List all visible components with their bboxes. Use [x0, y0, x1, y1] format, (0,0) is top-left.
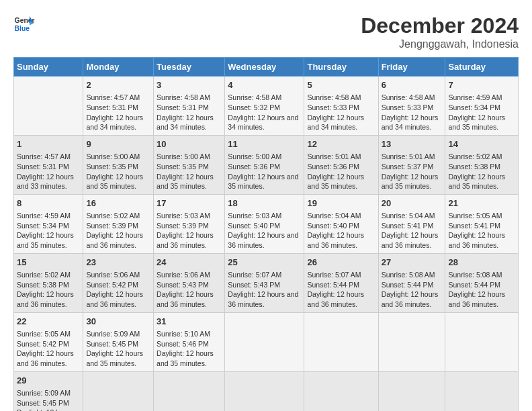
- sunset-info: Sunset: 5:45 PM: [86, 339, 150, 349]
- sunrise-info: Sunrise: 5:02 AM: [448, 152, 515, 162]
- sunset-info: Sunset: 5:38 PM: [17, 280, 80, 290]
- daylight-info: Daylight: 12 hours and 35 minutes.: [157, 172, 222, 191]
- sunrise-info: Sunrise: 5:09 AM: [17, 388, 80, 398]
- sunrise-info: Sunrise: 4:58 AM: [307, 93, 375, 103]
- calendar-cell: 28Sunrise: 5:08 AMSunset: 5:44 PMDayligh…: [445, 253, 519, 312]
- calendar-cell: 3Sunrise: 4:58 AMSunset: 5:31 PMDaylight…: [154, 77, 225, 136]
- sunset-info: Sunset: 5:32 PM: [228, 103, 301, 113]
- daylight-info: Daylight: 12 hours and 34 minutes.: [228, 113, 301, 132]
- sunset-info: Sunset: 5:43 PM: [157, 280, 222, 290]
- calendar-cell: [225, 312, 304, 371]
- daylight-info: Daylight: 12 hours and 35 minutes.: [17, 408, 80, 411]
- sunrise-info: Sunrise: 5:09 AM: [86, 329, 150, 339]
- sunset-info: Sunset: 5:33 PM: [307, 103, 375, 113]
- calendar-cell: [304, 312, 378, 371]
- sunrise-info: Sunrise: 5:06 AM: [86, 270, 150, 280]
- sunset-info: Sunset: 5:41 PM: [448, 221, 515, 231]
- calendar-table: SundayMondayTuesdayWednesdayThursdayFrid…: [13, 57, 519, 411]
- day-number: 6: [382, 79, 443, 91]
- sunrise-info: Sunrise: 5:05 AM: [448, 211, 515, 221]
- sunrise-info: Sunrise: 5:01 AM: [382, 152, 443, 162]
- day-number: 30: [86, 316, 150, 328]
- sunset-info: Sunset: 5:34 PM: [448, 103, 515, 113]
- calendar-cell: [225, 371, 304, 411]
- calendar-cell: [445, 371, 519, 411]
- sunset-info: Sunset: 5:35 PM: [86, 162, 150, 172]
- day-number: 9: [86, 138, 150, 150]
- sunset-info: Sunset: 5:34 PM: [17, 221, 80, 231]
- day-number: 27: [382, 257, 443, 269]
- daylight-info: Daylight: 12 hours and 35 minutes.: [17, 230, 80, 250]
- sunset-info: Sunset: 5:46 PM: [157, 339, 222, 349]
- sunrise-info: Sunrise: 5:02 AM: [86, 211, 150, 221]
- day-number: 13: [382, 138, 443, 150]
- day-number: 11: [228, 138, 301, 150]
- sunrise-info: Sunrise: 5:05 AM: [17, 329, 80, 339]
- day-number: 14: [448, 138, 515, 150]
- daylight-info: Daylight: 12 hours and 36 minutes.: [17, 349, 80, 368]
- daylight-info: Daylight: 12 hours and 35 minutes.: [86, 349, 150, 368]
- sunset-info: Sunset: 5:31 PM: [17, 162, 80, 172]
- sunset-info: Sunset: 5:44 PM: [307, 280, 375, 290]
- day-number: 8: [17, 197, 80, 210]
- sunset-info: Sunset: 5:42 PM: [86, 280, 150, 290]
- calendar-cell: 6Sunrise: 4:58 AMSunset: 5:33 PMDaylight…: [378, 77, 445, 136]
- daylight-info: Daylight: 12 hours and 35 minutes.: [448, 172, 515, 191]
- sunrise-info: Sunrise: 5:00 AM: [157, 152, 222, 162]
- page-header: General Blue December 2024 Jengnggawah, …: [13, 13, 519, 50]
- calendar-cell: 25Sunrise: 5:07 AMSunset: 5:43 PMDayligh…: [225, 253, 304, 312]
- sunset-info: Sunset: 5:37 PM: [382, 162, 443, 172]
- header-friday: Friday: [378, 58, 445, 77]
- daylight-info: Daylight: 12 hours and 35 minutes.: [448, 113, 515, 132]
- day-number: 29: [17, 375, 80, 387]
- sunrise-info: Sunrise: 5:08 AM: [382, 270, 443, 280]
- sunrise-info: Sunrise: 5:03 AM: [157, 211, 222, 221]
- daylight-info: Daylight: 12 hours and 36 minutes.: [228, 289, 301, 309]
- calendar-cell: [378, 312, 445, 371]
- page-title: December 2024: [361, 13, 519, 38]
- sunset-info: Sunset: 5:33 PM: [382, 103, 443, 113]
- day-number: 17: [157, 197, 222, 210]
- daylight-info: Daylight: 12 hours and 36 minutes.: [157, 230, 222, 250]
- sunset-info: Sunset: 5:36 PM: [228, 162, 301, 172]
- calendar-cell: [445, 312, 519, 371]
- header-monday: Monday: [83, 58, 154, 77]
- sunset-info: Sunset: 5:39 PM: [157, 221, 222, 231]
- sunset-info: Sunset: 5:35 PM: [157, 162, 222, 172]
- day-number: 15: [17, 257, 80, 269]
- calendar-cell: 7Sunrise: 4:59 AMSunset: 5:34 PMDaylight…: [445, 77, 519, 136]
- daylight-info: Daylight: 12 hours and 36 minutes.: [448, 289, 515, 309]
- calendar-cell: 17Sunrise: 5:03 AMSunset: 5:39 PMDayligh…: [154, 194, 225, 253]
- calendar-cell: [154, 371, 225, 411]
- calendar-header-row: SundayMondayTuesdayWednesdayThursdayFrid…: [14, 58, 519, 77]
- calendar-week-row: 1Sunrise: 4:57 AMSunset: 5:31 PMDaylight…: [14, 135, 519, 194]
- calendar-week-row: 15Sunrise: 5:02 AMSunset: 5:38 PMDayligh…: [14, 253, 519, 312]
- daylight-info: Daylight: 12 hours and 36 minutes.: [17, 289, 80, 309]
- sunset-info: Sunset: 5:41 PM: [382, 221, 443, 231]
- calendar-cell: 19Sunrise: 5:04 AMSunset: 5:40 PMDayligh…: [304, 194, 378, 253]
- sunrise-info: Sunrise: 5:10 AM: [157, 329, 222, 339]
- daylight-info: Daylight: 12 hours and 36 minutes.: [382, 230, 443, 250]
- sunset-info: Sunset: 5:45 PM: [17, 398, 80, 408]
- title-block: December 2024 Jengnggawah, Indonesia: [361, 13, 519, 50]
- day-number: 4: [228, 79, 301, 91]
- sunrise-info: Sunrise: 5:00 AM: [228, 152, 301, 162]
- calendar-cell: [378, 371, 445, 411]
- sunrise-info: Sunrise: 4:58 AM: [157, 93, 222, 103]
- day-number: 16: [86, 197, 150, 210]
- sunset-info: Sunset: 5:42 PM: [17, 339, 80, 349]
- calendar-cell: 18Sunrise: 5:03 AMSunset: 5:40 PMDayligh…: [225, 194, 304, 253]
- calendar-cell: 31Sunrise: 5:10 AMSunset: 5:46 PMDayligh…: [154, 312, 225, 371]
- day-number: 2: [86, 79, 150, 91]
- sunrise-info: Sunrise: 5:06 AM: [157, 270, 222, 280]
- day-number: 22: [17, 316, 80, 328]
- sunset-info: Sunset: 5:31 PM: [157, 103, 222, 113]
- calendar-cell: 15Sunrise: 5:02 AMSunset: 5:38 PMDayligh…: [14, 253, 83, 312]
- calendar-cell: [83, 371, 154, 411]
- day-number: 19: [307, 197, 375, 210]
- daylight-info: Daylight: 12 hours and 36 minutes.: [307, 289, 375, 309]
- calendar-week-row: 2Sunrise: 4:57 AMSunset: 5:31 PMDaylight…: [14, 77, 519, 136]
- sunrise-info: Sunrise: 4:59 AM: [448, 93, 515, 103]
- daylight-info: Daylight: 12 hours and 35 minutes.: [228, 172, 301, 191]
- calendar-cell: 23Sunrise: 5:06 AMSunset: 5:42 PMDayligh…: [83, 253, 154, 312]
